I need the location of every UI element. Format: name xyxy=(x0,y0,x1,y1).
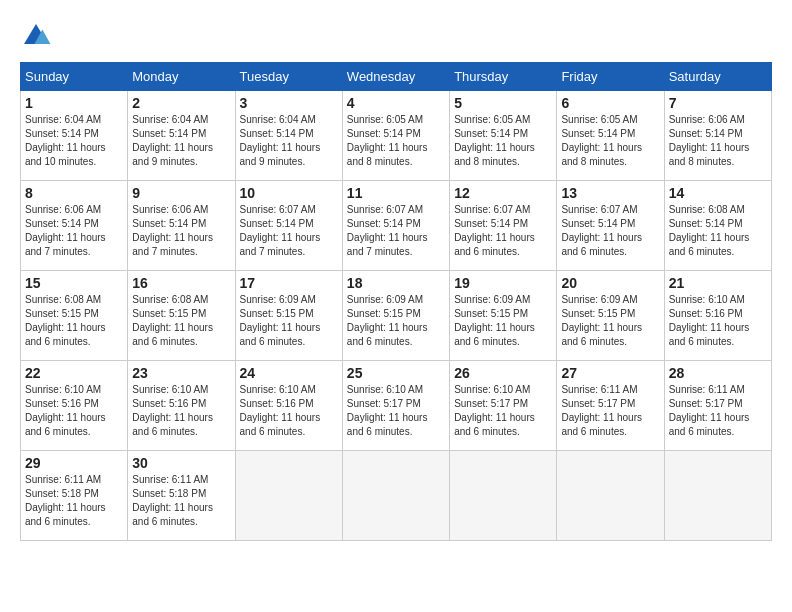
day-info: Sunrise: 6:11 AM Sunset: 5:18 PM Dayligh… xyxy=(25,473,123,529)
day-number: 12 xyxy=(454,185,552,201)
empty-cell xyxy=(342,451,449,541)
sunset-label: Sunset: 5:15 PM xyxy=(347,308,421,319)
day-number: 21 xyxy=(669,275,767,291)
day-cell-23: 23 Sunrise: 6:10 AM Sunset: 5:16 PM Dayl… xyxy=(128,361,235,451)
sunset-label: Sunset: 5:16 PM xyxy=(25,398,99,409)
daylight-label: Daylight: 11 hours and 6 minutes. xyxy=(561,412,642,437)
day-info: Sunrise: 6:10 AM Sunset: 5:17 PM Dayligh… xyxy=(454,383,552,439)
day-number: 19 xyxy=(454,275,552,291)
sunset-label: Sunset: 5:18 PM xyxy=(132,488,206,499)
sunset-label: Sunset: 5:14 PM xyxy=(132,218,206,229)
day-number: 4 xyxy=(347,95,445,111)
day-number: 9 xyxy=(132,185,230,201)
day-info: Sunrise: 6:08 AM Sunset: 5:14 PM Dayligh… xyxy=(669,203,767,259)
day-number: 6 xyxy=(561,95,659,111)
day-info: Sunrise: 6:07 AM Sunset: 5:14 PM Dayligh… xyxy=(561,203,659,259)
day-number: 26 xyxy=(454,365,552,381)
day-info: Sunrise: 6:04 AM Sunset: 5:14 PM Dayligh… xyxy=(240,113,338,169)
sunset-label: Sunset: 5:17 PM xyxy=(669,398,743,409)
day-cell-11: 11 Sunrise: 6:07 AM Sunset: 5:14 PM Dayl… xyxy=(342,181,449,271)
day-cell-17: 17 Sunrise: 6:09 AM Sunset: 5:15 PM Dayl… xyxy=(235,271,342,361)
day-info: Sunrise: 6:10 AM Sunset: 5:17 PM Dayligh… xyxy=(347,383,445,439)
week-row-4: 22 Sunrise: 6:10 AM Sunset: 5:16 PM Dayl… xyxy=(21,361,772,451)
col-header-tuesday: Tuesday xyxy=(235,63,342,91)
col-header-monday: Monday xyxy=(128,63,235,91)
sunrise-label: Sunrise: 6:06 AM xyxy=(132,204,208,215)
day-cell-9: 9 Sunrise: 6:06 AM Sunset: 5:14 PM Dayli… xyxy=(128,181,235,271)
daylight-label: Daylight: 11 hours and 6 minutes. xyxy=(25,502,106,527)
day-info: Sunrise: 6:09 AM Sunset: 5:15 PM Dayligh… xyxy=(454,293,552,349)
daylight-label: Daylight: 11 hours and 8 minutes. xyxy=(561,142,642,167)
sunrise-label: Sunrise: 6:10 AM xyxy=(240,384,316,395)
daylight-label: Daylight: 11 hours and 6 minutes. xyxy=(454,232,535,257)
day-info: Sunrise: 6:11 AM Sunset: 5:18 PM Dayligh… xyxy=(132,473,230,529)
day-number: 13 xyxy=(561,185,659,201)
day-cell-5: 5 Sunrise: 6:05 AM Sunset: 5:14 PM Dayli… xyxy=(450,91,557,181)
day-info: Sunrise: 6:11 AM Sunset: 5:17 PM Dayligh… xyxy=(561,383,659,439)
day-number: 28 xyxy=(669,365,767,381)
day-number: 14 xyxy=(669,185,767,201)
day-number: 22 xyxy=(25,365,123,381)
sunrise-label: Sunrise: 6:04 AM xyxy=(25,114,101,125)
daylight-label: Daylight: 11 hours and 6 minutes. xyxy=(25,322,106,347)
sunset-label: Sunset: 5:16 PM xyxy=(132,398,206,409)
sunrise-label: Sunrise: 6:06 AM xyxy=(669,114,745,125)
day-info: Sunrise: 6:07 AM Sunset: 5:14 PM Dayligh… xyxy=(454,203,552,259)
sunrise-label: Sunrise: 6:09 AM xyxy=(454,294,530,305)
daylight-label: Daylight: 11 hours and 7 minutes. xyxy=(132,232,213,257)
sunrise-label: Sunrise: 6:10 AM xyxy=(132,384,208,395)
day-info: Sunrise: 6:11 AM Sunset: 5:17 PM Dayligh… xyxy=(669,383,767,439)
sunrise-label: Sunrise: 6:07 AM xyxy=(454,204,530,215)
day-cell-10: 10 Sunrise: 6:07 AM Sunset: 5:14 PM Dayl… xyxy=(235,181,342,271)
sunset-label: Sunset: 5:14 PM xyxy=(454,128,528,139)
sunset-label: Sunset: 5:14 PM xyxy=(347,218,421,229)
sunset-label: Sunset: 5:17 PM xyxy=(561,398,635,409)
day-number: 3 xyxy=(240,95,338,111)
day-cell-12: 12 Sunrise: 6:07 AM Sunset: 5:14 PM Dayl… xyxy=(450,181,557,271)
sunrise-label: Sunrise: 6:07 AM xyxy=(240,204,316,215)
sunset-label: Sunset: 5:14 PM xyxy=(347,128,421,139)
sunset-label: Sunset: 5:14 PM xyxy=(240,128,314,139)
day-number: 30 xyxy=(132,455,230,471)
day-number: 17 xyxy=(240,275,338,291)
daylight-label: Daylight: 11 hours and 6 minutes. xyxy=(240,322,321,347)
week-row-2: 8 Sunrise: 6:06 AM Sunset: 5:14 PM Dayli… xyxy=(21,181,772,271)
day-number: 2 xyxy=(132,95,230,111)
sunrise-label: Sunrise: 6:10 AM xyxy=(347,384,423,395)
day-number: 18 xyxy=(347,275,445,291)
daylight-label: Daylight: 11 hours and 8 minutes. xyxy=(669,142,750,167)
sunset-label: Sunset: 5:15 PM xyxy=(240,308,314,319)
day-info: Sunrise: 6:10 AM Sunset: 5:16 PM Dayligh… xyxy=(669,293,767,349)
sunset-label: Sunset: 5:14 PM xyxy=(132,128,206,139)
sunrise-label: Sunrise: 6:10 AM xyxy=(25,384,101,395)
daylight-label: Daylight: 11 hours and 9 minutes. xyxy=(132,142,213,167)
day-number: 7 xyxy=(669,95,767,111)
col-header-sunday: Sunday xyxy=(21,63,128,91)
sunrise-label: Sunrise: 6:11 AM xyxy=(669,384,745,395)
day-number: 10 xyxy=(240,185,338,201)
day-info: Sunrise: 6:07 AM Sunset: 5:14 PM Dayligh… xyxy=(347,203,445,259)
day-number: 23 xyxy=(132,365,230,381)
sunset-label: Sunset: 5:14 PM xyxy=(25,128,99,139)
logo-icon xyxy=(20,20,52,52)
day-cell-16: 16 Sunrise: 6:08 AM Sunset: 5:15 PM Dayl… xyxy=(128,271,235,361)
day-number: 15 xyxy=(25,275,123,291)
sunrise-label: Sunrise: 6:08 AM xyxy=(25,294,101,305)
day-cell-1: 1 Sunrise: 6:04 AM Sunset: 5:14 PM Dayli… xyxy=(21,91,128,181)
col-header-friday: Friday xyxy=(557,63,664,91)
day-info: Sunrise: 6:07 AM Sunset: 5:14 PM Dayligh… xyxy=(240,203,338,259)
day-info: Sunrise: 6:09 AM Sunset: 5:15 PM Dayligh… xyxy=(561,293,659,349)
sunset-label: Sunset: 5:17 PM xyxy=(454,398,528,409)
sunset-label: Sunset: 5:14 PM xyxy=(669,128,743,139)
sunrise-label: Sunrise: 6:05 AM xyxy=(347,114,423,125)
sunrise-label: Sunrise: 6:09 AM xyxy=(347,294,423,305)
day-cell-22: 22 Sunrise: 6:10 AM Sunset: 5:16 PM Dayl… xyxy=(21,361,128,451)
sunset-label: Sunset: 5:14 PM xyxy=(25,218,99,229)
day-info: Sunrise: 6:06 AM Sunset: 5:14 PM Dayligh… xyxy=(132,203,230,259)
sunset-label: Sunset: 5:15 PM xyxy=(132,308,206,319)
day-cell-25: 25 Sunrise: 6:10 AM Sunset: 5:17 PM Dayl… xyxy=(342,361,449,451)
sunset-label: Sunset: 5:15 PM xyxy=(454,308,528,319)
sunset-label: Sunset: 5:17 PM xyxy=(347,398,421,409)
empty-cell xyxy=(450,451,557,541)
sunset-label: Sunset: 5:14 PM xyxy=(454,218,528,229)
